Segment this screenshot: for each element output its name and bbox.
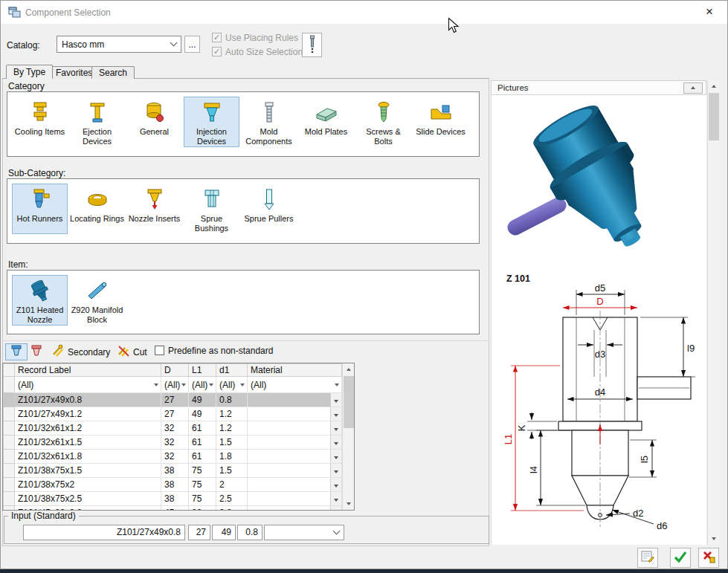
catalog-browse-button[interactable]: ... (184, 36, 200, 53)
material-dropdown[interactable] (330, 464, 341, 477)
scroll-down-button[interactable] (343, 498, 355, 510)
category-item-cooling-items[interactable]: Cooling Items (12, 97, 68, 147)
d-input[interactable]: 27 (188, 525, 210, 540)
material-dropdown[interactable] (330, 506, 341, 511)
material-dropdown[interactable] (330, 393, 341, 407)
category-item-ejection-devices[interactable]: Ejection Devices (69, 97, 125, 147)
table-scrollbar[interactable] (342, 363, 354, 510)
predefine-checkbox[interactable]: Predefine as non-standard (155, 346, 273, 356)
material-dropdown[interactable] (330, 450, 341, 463)
table-row[interactable]: Z101/38x75x2.5 38 75 2.5 (4, 492, 342, 506)
d1-input[interactable]: 0.8 (237, 525, 262, 540)
cell-l1: 49 (189, 393, 216, 407)
filter-l1[interactable]: (All) (189, 377, 216, 393)
primary-toggle-button[interactable] (5, 343, 28, 360)
titlebar[interactable]: Component Selection × (1, 1, 727, 24)
table-row[interactable]: Z101/38x75x2 38 75 2 (4, 478, 342, 492)
subcategory-item-sprue-pullers[interactable]: Sprue Pullers (241, 184, 297, 234)
material-dropdown[interactable] (330, 492, 341, 505)
secondary-toggle-button[interactable] (25, 343, 48, 360)
dropdown-arrow-icon (209, 383, 213, 386)
cell-l1: 61 (189, 421, 216, 436)
tab-search[interactable]: Search (91, 66, 135, 79)
ok-button[interactable] (670, 548, 691, 568)
cell-l1: 61 (189, 450, 216, 464)
close-x-icon (701, 549, 716, 566)
cancel-button[interactable] (698, 548, 719, 568)
tab-by-type[interactable]: By Type (6, 65, 53, 79)
cell-record-label: Z101/32x61x1.5 (15, 436, 161, 450)
subcategory-item-nozzle-inserts[interactable]: Nozzle Inserts (126, 184, 182, 234)
item-z920-manifold-block[interactable]: Z920 Manifold Block (69, 275, 125, 326)
scroll-down-button[interactable] (708, 533, 720, 545)
collapse-button[interactable] (683, 82, 703, 94)
filter-row: (All) (All) (All) (All) (All) (4, 377, 342, 393)
category-item-slide-devices[interactable]: Slide Devices (413, 97, 468, 147)
column-header-d1[interactable]: d1 (216, 364, 248, 377)
table-row[interactable]: Z101/32x61x1.2 32 61 1.2 (4, 421, 342, 436)
cell-d1: 0.8 (216, 393, 248, 407)
filter-material[interactable]: (All) (248, 377, 342, 393)
main-scrollbar[interactable] (707, 80, 719, 545)
properties-button[interactable] (637, 548, 658, 568)
screw-icon (356, 99, 410, 126)
catalog-select[interactable]: Hasco mm (57, 36, 181, 53)
table-row[interactable]: Z101/32x61x1.5 32 61 1.5 (4, 436, 342, 450)
scroll-thumb[interactable] (709, 93, 719, 140)
l1-input[interactable]: 49 (212, 525, 236, 540)
subcategory-item-hot-runners[interactable]: Hot Runners (12, 184, 68, 234)
subcategory-item-sprue-bushings[interactable]: Sprue Bushings (184, 184, 239, 234)
column-header-material[interactable]: Material (248, 364, 342, 377)
item-z101-heated-nozzle[interactable]: Z101 Heated Nozzle (12, 275, 68, 326)
dropdown-arrow-icon (240, 383, 245, 386)
dim-label-d2: d2 (633, 508, 643, 519)
category-item-injection-devices[interactable]: Injection Devices (184, 97, 239, 147)
category-item-mold-plates[interactable]: Mold Plates (298, 97, 354, 147)
cut-button[interactable]: Cut (112, 343, 152, 360)
category-item-mold-components[interactable]: Mold Components (241, 97, 297, 147)
subcategory-item-locating-rings[interactable]: Locating Rings (69, 184, 125, 234)
arrow-down-icon (347, 502, 351, 505)
scroll-up-button[interactable] (343, 363, 355, 375)
material-select[interactable] (264, 525, 344, 540)
secondary-button[interactable]: Secondary (47, 343, 115, 360)
material-dropdown[interactable] (330, 421, 341, 435)
scroll-thumb[interactable] (344, 376, 354, 428)
checkmark-icon (673, 549, 688, 566)
table-row[interactable]: Z101/27x49x1.2 27 49 1.2 (4, 407, 342, 421)
category-item-label: Screws & Bolts (356, 127, 410, 146)
column-header-record-label[interactable]: Record Label (15, 364, 161, 377)
material-dropdown[interactable] (330, 407, 341, 421)
record-input[interactable]: Z101/27x49x0.8 (23, 525, 185, 540)
tools-icon (51, 344, 65, 360)
category-item-general[interactable]: General (126, 97, 182, 147)
table-row[interactable]: Z101/38x75x1.5 38 75 1.5 (4, 464, 342, 478)
column-header-d[interactable]: D (161, 364, 189, 377)
material-dropdown[interactable] (330, 478, 341, 491)
secondary-button-label: Secondary (68, 347, 110, 357)
cell-d1: 1.5 (216, 464, 248, 478)
filter-d[interactable]: (All) (161, 377, 189, 393)
row-gutter (4, 393, 15, 407)
cell-d1: 0.8 (216, 506, 248, 511)
scroll-up-button[interactable] (708, 80, 720, 92)
category-item-screws-bolts[interactable]: Screws & Bolts (355, 97, 411, 147)
filter-record-label[interactable]: (All) (15, 377, 161, 393)
use-placing-rules-checkbox[interactable]: ✓ Use Placing Rules (212, 33, 298, 43)
nozzle-3d-image (499, 95, 697, 270)
subcategory-box: Hot Runners Locating Rings Nozzle Insert… (7, 178, 480, 244)
filter-d1[interactable]: (All) (216, 377, 248, 393)
auto-size-selection-checkbox[interactable]: ✓ Auto Size Selection (212, 47, 303, 57)
row-gutter (4, 464, 15, 478)
column-header-l1[interactable]: L1 (189, 364, 216, 377)
general-icon (127, 99, 181, 126)
table-row[interactable]: Z101/32x61x1.8 32 61 1.8 (4, 450, 342, 464)
table-row[interactable]: Z101/27x49x0.8 27 49 0.8 (4, 393, 342, 407)
close-button[interactable]: × (698, 3, 721, 22)
cell-d: 32 (161, 450, 189, 464)
cell-material (248, 450, 342, 464)
cell-d: 38 (161, 492, 189, 506)
material-dropdown[interactable] (330, 436, 341, 449)
plate-icon (299, 99, 353, 126)
size-preview-button[interactable] (302, 33, 322, 57)
